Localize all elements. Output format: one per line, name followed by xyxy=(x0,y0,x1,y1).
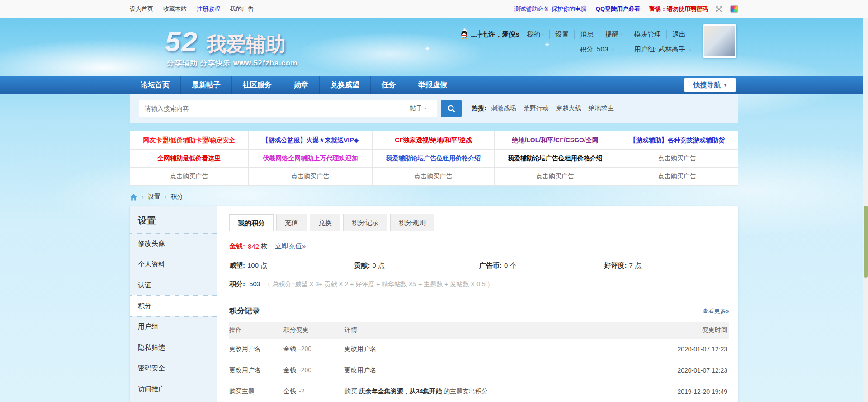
record-time: 2020-01-07 12:23 xyxy=(652,360,729,381)
divider xyxy=(624,47,624,53)
breadcrumb-item[interactable]: 设置 xyxy=(148,193,160,201)
hot-search-label: 热搜: xyxy=(472,104,486,112)
user-menu-item[interactable]: 设置 xyxy=(549,30,574,39)
credit-stat: 广告币:0 个 xyxy=(479,262,604,270)
ad-link[interactable]: 点击购买广告 xyxy=(373,168,494,185)
stat-value: 0 点 xyxy=(373,262,385,269)
ad-link[interactable]: 网友卡盟/低价辅助卡盟/稳定安全 xyxy=(130,131,248,149)
money-unit: 枚 xyxy=(261,242,268,251)
ad-link[interactable]: CF独家透视/绝地/和平/逆战 xyxy=(373,131,494,149)
topbar-link[interactable]: 测试辅助必备-保护你的电脑 xyxy=(514,5,586,12)
ad-cell: 点击购买广告 xyxy=(616,168,738,186)
hot-search-link[interactable]: 刺激战场 xyxy=(491,104,516,112)
qq-penguin-icon xyxy=(460,30,468,39)
ad-link[interactable]: 【游戏公益服】火爆★来就送VIP◆ xyxy=(249,131,373,149)
page-scrollbar[interactable] xyxy=(863,0,868,402)
ad-link[interactable]: 点击购买广告 xyxy=(495,168,616,185)
scrollbar-thumb[interactable] xyxy=(864,206,868,278)
user-menu-label: 设置 xyxy=(555,30,569,39)
sidebar-item-个人资料[interactable]: 个人资料 xyxy=(130,254,217,275)
theme-palette-icon[interactable] xyxy=(730,5,738,13)
search-type-select[interactable]: 帖子▾ xyxy=(399,103,437,114)
tab-兑换[interactable]: 兑换 xyxy=(310,214,340,231)
topbar-link[interactable]: 设为首页 xyxy=(130,5,153,12)
ad-link[interactable]: 点击购买广告 xyxy=(616,150,738,167)
credit-tabs: 我的积分充值兑换积分记录积分规则 xyxy=(229,214,729,231)
user-menu-item[interactable]: 消息 xyxy=(574,30,599,39)
hot-search-link[interactable]: 绝地求生 xyxy=(589,104,614,112)
ad-link[interactable]: 点击购买广告 xyxy=(130,168,248,185)
search-button[interactable] xyxy=(441,100,462,117)
sidebar-item-修改头像[interactable]: 修改头像 xyxy=(130,233,217,254)
nav-item[interactable]: 论坛首页 xyxy=(130,76,181,94)
ad-cell: 伏羲网络全网辅助上万代理欢迎加 xyxy=(248,150,373,168)
topbar-link[interactable]: QQ登陆用户必看 xyxy=(596,5,640,12)
tab-我的积分[interactable]: 我的积分 xyxy=(229,214,274,231)
main-navbar: 论坛首页最新帖子社区服务勋章兑换威望任务举报虚假 快捷导航▾ xyxy=(0,76,868,94)
nav-item[interactable]: 兑换威望 xyxy=(320,76,371,94)
ad-link[interactable]: 点击购买广告 xyxy=(249,168,373,185)
site-logo[interactable]: 52 我爱辅助 分享辅助 分享快乐 www.52fzba.com xyxy=(165,25,297,76)
search-input[interactable] xyxy=(139,105,399,112)
sidebar-item-用户组[interactable]: 用户组 xyxy=(130,316,217,337)
user-group-dropdown[interactable]: 用户组: 武林高手 ▾ xyxy=(634,45,691,54)
hot-search-link[interactable]: 穿越火线 xyxy=(556,104,581,112)
breadcrumb-item[interactable]: 积分 xyxy=(170,193,183,201)
tab-积分记录[interactable]: 积分记录 xyxy=(343,214,387,231)
user-avatar[interactable] xyxy=(703,24,736,58)
record-action: 购买主题 xyxy=(229,381,283,402)
user-menu-item[interactable]: 提醒▾ xyxy=(599,30,628,39)
nav-item[interactable]: 任务 xyxy=(371,76,407,94)
chevron-down-icon: ▾ xyxy=(612,48,614,52)
nav-item[interactable]: 最新帖子 xyxy=(181,76,232,94)
user-menu-label: 消息 xyxy=(580,30,594,39)
record-change: 金钱-200 xyxy=(283,360,344,381)
user-menu-item[interactable]: 退出 xyxy=(666,30,691,39)
chevron-down-icon: ▾ xyxy=(689,48,691,52)
ad-link[interactable]: 我爱辅助论坛广告位租用价格介绍 xyxy=(373,150,494,167)
username[interactable]: ﹏┾七许，愛倪s xyxy=(471,30,519,39)
ad-table: 网友卡盟/低价辅助卡盟/稳定安全【游戏公益服】火爆★来就送VIP◆CF独家透视/… xyxy=(130,131,738,186)
nav-item[interactable]: 社区服务 xyxy=(232,76,283,94)
tab-充值[interactable]: 充值 xyxy=(276,214,307,231)
topbar-link[interactable]: 注册教程 xyxy=(197,5,220,12)
hot-search-link[interactable]: 荒野行动 xyxy=(524,104,549,112)
nav-item[interactable]: 举报虚假 xyxy=(407,76,458,94)
nav-item[interactable]: 勋章 xyxy=(283,76,320,94)
ad-link[interactable]: 【游戏辅助】各种竞技游戏辅助货 xyxy=(616,131,738,149)
topbar-link[interactable]: 收藏本站 xyxy=(163,5,187,12)
record-change: 金钱-200 xyxy=(283,339,344,360)
user-score-dropdown[interactable]: 积分: 503 ▾ xyxy=(580,45,614,54)
breadcrumb: ›设置›积分 xyxy=(130,192,738,202)
user-menu-label: 模块管理 xyxy=(634,30,661,39)
ad-link[interactable]: 绝地/LOL/和平/CF/CSGO/全网 xyxy=(495,131,616,149)
credit-stat: 威望:100 点 xyxy=(229,262,354,270)
ad-link[interactable]: 伏羲网络全网辅助上万代理欢迎加 xyxy=(249,150,373,167)
sidebar-item-认证[interactable]: 认证 xyxy=(130,275,217,295)
ad-link[interactable]: 我爱辅助论坛广告位租用价格介绍 xyxy=(495,150,616,167)
fullscreen-expand-icon[interactable] xyxy=(715,5,723,13)
user-menu-item[interactable]: 模块管理 xyxy=(628,30,666,39)
sidebar-item-积分[interactable]: 积分 xyxy=(130,295,217,316)
topbar-link[interactable]: 我的广告 xyxy=(230,5,254,12)
ad-link[interactable]: 全网辅助最低价看这里 xyxy=(130,150,248,167)
view-more-link[interactable]: 查看更多» xyxy=(703,307,729,315)
ad-link[interactable]: 点击购买广告 xyxy=(616,168,738,185)
tab-积分规则[interactable]: 积分规则 xyxy=(390,214,434,231)
record-action: 更改用户名 xyxy=(229,360,283,381)
sidebar-item-访问推广[interactable]: 访问推广 xyxy=(130,379,217,399)
ad-cell: 我爱辅助论坛广告位租用价格介绍 xyxy=(494,150,616,168)
ad-cell: 【游戏辅助】各种竞技游戏辅助货 xyxy=(616,131,738,150)
user-menu-item[interactable]: 我的▾ xyxy=(521,30,550,39)
home-icon[interactable] xyxy=(130,193,137,201)
sidebar-item-隐私筛选[interactable]: 隐私筛选 xyxy=(130,337,217,358)
stat-label: 好评度: xyxy=(604,262,627,269)
chevron-down-icon: ▾ xyxy=(620,32,623,37)
sidebar-item-密码安全[interactable]: 密码安全 xyxy=(130,358,217,379)
recharge-link[interactable]: 立即充值» xyxy=(275,242,306,251)
detail-text: 更改用户名 xyxy=(344,345,376,352)
search-icon xyxy=(447,104,456,113)
quick-nav-button[interactable]: 快捷导航▾ xyxy=(684,78,736,92)
topbar-link[interactable]: 警惕：请勿使用弱密码 xyxy=(649,5,708,12)
search-bar: 帖子▾ 热搜: 刺激战场荒野行动穿越火线绝地求生 xyxy=(130,94,738,123)
